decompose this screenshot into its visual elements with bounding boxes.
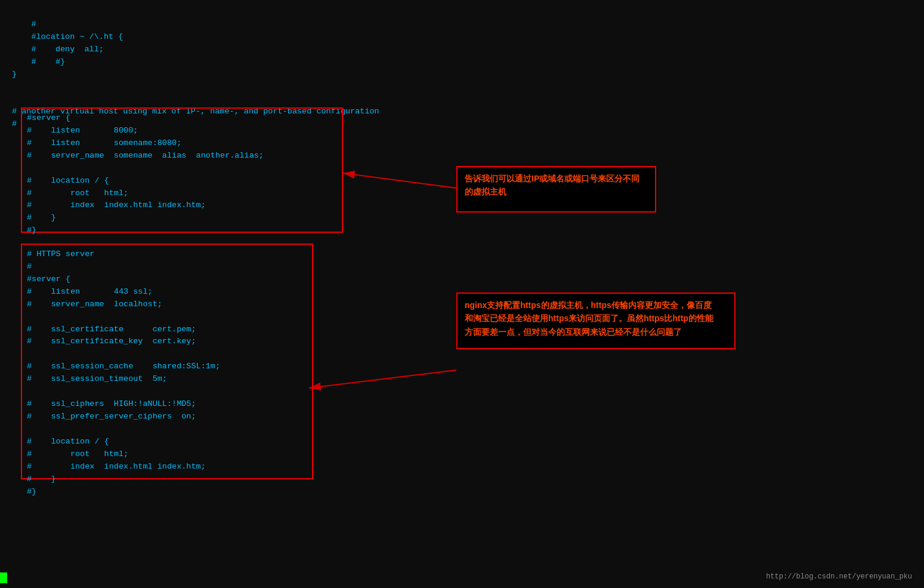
annotation-https: nginx支持配置https的虚拟主机，https传输内容更加安全，像百度和淘宝…: [456, 293, 736, 349]
https-server-code: # HTTPS server # #server { # listen 443 …: [22, 245, 312, 501]
annotation-virtual-host-text: 告诉我们可以通过IP或域名或端口号来区分不同 的虚拟主机: [465, 174, 639, 196]
virtual-host-code-block: #server { # listen 8000; # listen somena…: [21, 107, 343, 233]
annotation-virtual-host: 告诉我们可以通过IP或域名或端口号来区分不同 的虚拟主机: [456, 166, 656, 213]
https-server-code-block: # HTTPS server # #server { # listen 443 …: [21, 244, 313, 479]
virtual-host-code: #server { # listen 8000; # listen somena…: [22, 109, 342, 241]
cursor-bar: [0, 572, 7, 583]
footer-url: http://blog.csdn.net/yerenyuan_pku: [766, 572, 912, 581]
annotation-https-text: nginx支持配置https的虚拟主机，https传输内容更加安全，像百度和淘宝…: [465, 300, 713, 337]
